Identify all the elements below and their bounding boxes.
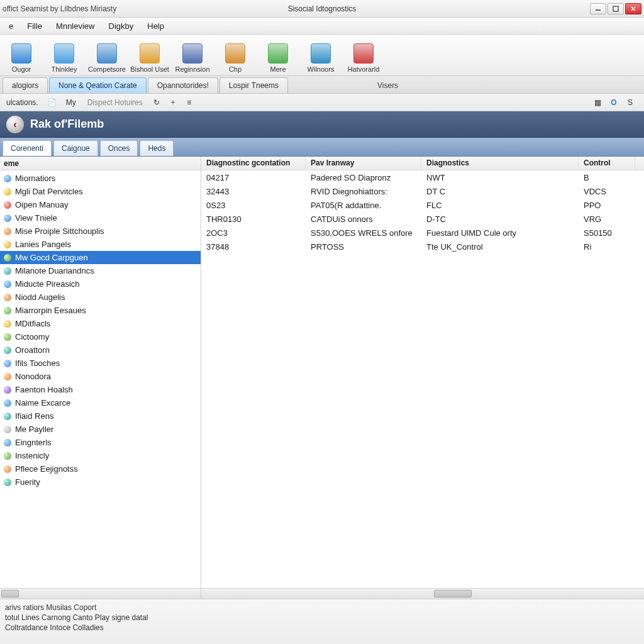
table-horizontal-scrollbar[interactable] <box>201 588 644 599</box>
section-subtab[interactable]: Onces <box>100 140 138 156</box>
window-maximize-button[interactable] <box>608 3 624 14</box>
table-column-header[interactable]: Diagnostics <box>421 157 579 170</box>
workspace-tab[interactable]: Lospir Tneems <box>219 77 288 93</box>
table-column-header[interactable]: Pav Iranway <box>306 157 421 170</box>
page-icon[interactable]: 📄 <box>46 96 58 109</box>
breadcrumb-segment[interactable]: ulcations. <box>3 97 42 108</box>
table-cell: Ri <box>579 241 635 253</box>
tree-pane: eme MiornatiorsMgli Dat PervitclesOipen … <box>0 157 201 599</box>
table-row[interactable]: 0S23PAT05(R addattine.FLCPPO <box>201 198 644 212</box>
table-cell: Padered SO Diapronz <box>306 172 421 184</box>
tree-item[interactable]: Mise Proiple Sittchouplis <box>0 225 201 238</box>
menu-mnnleview[interactable]: Mnnleview <box>50 19 101 33</box>
tree-item-icon <box>4 201 11 209</box>
tool-mere[interactable]: Mere <box>260 43 296 73</box>
section-subtab[interactable]: Caignue <box>53 140 98 156</box>
tree-item[interactable]: Oroattorn <box>0 343 201 357</box>
tree-item[interactable]: Fuerity <box>0 475 201 489</box>
menu-help[interactable]: Help <box>141 19 170 33</box>
add-icon[interactable]: ＋ <box>167 96 179 109</box>
section-subtab[interactable]: Heds <box>140 140 174 156</box>
tree-item-label: Milanote Duariandncs <box>15 266 94 275</box>
window-minimize-button[interactable] <box>590 3 606 14</box>
table-row[interactable]: 32443RVID Diegnohiattors:DT CVDCS <box>201 184 644 198</box>
breadcrumb-segment[interactable]: Dispect Hotuires <box>84 97 147 108</box>
menu-digkby[interactable]: Digkby <box>103 19 140 33</box>
tree-item-label: Cictoomy <box>15 332 49 341</box>
workspace-tab[interactable]: None & Qeation Carate <box>49 77 147 93</box>
tree-item[interactable]: Me Payller <box>0 423 201 436</box>
tool-ougor[interactable]: Ougor <box>4 43 39 73</box>
tree-item[interactable]: Mw Gocd Carpguen <box>0 251 201 264</box>
tree-item[interactable]: Ifiaid Rens <box>0 409 201 423</box>
tool-reginnsion[interactable]: Reginnsion <box>175 43 210 73</box>
tree-horizontal-scrollbar[interactable] <box>0 588 201 599</box>
refresh-icon[interactable]: ↻ <box>150 96 163 109</box>
table-column-header[interactable]: Diagnostinc gcontation <box>201 157 306 170</box>
tree-item[interactable]: Miornatiors <box>0 172 201 185</box>
tree-item-icon <box>4 479 11 486</box>
table-body[interactable]: 04217Padered SO DiapronzNWTB32443RVID Di… <box>201 170 644 588</box>
tree-item[interactable]: Milanote Duariandncs <box>0 264 201 277</box>
tree-item[interactable]: Cictoomy <box>0 330 201 343</box>
tree-item-label: Ifils Tooches <box>15 358 60 368</box>
tool-thinkley[interactable]: Thinkley <box>47 43 82 73</box>
table-cell: PPO <box>579 199 635 211</box>
tool-label: Bishool Uset <box>130 65 169 73</box>
table-cell: B <box>579 172 635 184</box>
tool-label: Chp <box>229 65 242 73</box>
table-row[interactable]: 37848PRTOSSTte UK_ControlRi <box>201 240 644 253</box>
back-icon[interactable]: ‹ <box>6 116 24 133</box>
tree-item[interactable]: Mgli Dat Pervitcles <box>0 185 201 198</box>
grid-icon[interactable]: ▦ <box>591 96 604 109</box>
tool-competsore[interactable]: Competsore <box>89 43 125 73</box>
workspace-tabstrip: alogiorsNone & Qeation CarateOpannotorid… <box>0 76 644 94</box>
tree-item-label: Pflece Eejignotss <box>15 464 78 474</box>
tool-label: Thinkley <box>52 65 77 73</box>
tree-item[interactable]: Instenicly <box>0 449 201 462</box>
tree-item[interactable]: Oipen Manuay <box>0 198 201 211</box>
table-row[interactable]: THR0130CATDUiS onnorsD-TCVRG <box>201 212 644 226</box>
tree-item[interactable]: Naime Excarce <box>0 396 201 409</box>
table-header-row: Diagnostinc gcontationPav IranwayDiagnos… <box>201 157 644 170</box>
tree-item[interactable]: Nonodora <box>0 370 201 383</box>
tree-column-header[interactable]: eme <box>0 157 201 170</box>
section-subtab[interactable]: Corenenti <box>3 140 52 156</box>
table-cell: 37848 <box>201 241 306 253</box>
tree-item-label: Naime Excarce <box>15 398 70 408</box>
table-cell: D-TC <box>421 213 579 225</box>
tree-item[interactable]: MDitfiacls <box>0 317 201 330</box>
table-column-header[interactable]: Control <box>579 157 635 170</box>
tree-item[interactable]: Eingnterls <box>0 436 201 449</box>
tree-item[interactable]: Lanies Pangels <box>0 238 201 251</box>
workspace-tab[interactable]: alogiors <box>3 77 48 93</box>
tool-chp[interactable]: Chp <box>218 43 253 73</box>
tree-item[interactable]: Pflece Eejignotss <box>0 462 201 475</box>
table-cell: NWT <box>421 172 579 184</box>
tree-item[interactable]: Ifils Tooches <box>0 357 201 370</box>
menu-e[interactable]: e <box>3 19 19 33</box>
tree-item[interactable]: View Tniele <box>0 211 201 225</box>
tree-item[interactable]: Faenton Hoalsh <box>0 383 201 396</box>
breadcrumb-segment[interactable]: My <box>62 97 80 108</box>
tree-list[interactable]: MiornatiorsMgli Dat PervitclesOipen Manu… <box>0 170 201 588</box>
tree-item[interactable]: Niodd Augelis <box>0 291 201 304</box>
tree-item-label: MDitfiacls <box>15 319 50 328</box>
section-title: Rak of'Filemb <box>30 118 104 131</box>
info-icon[interactable]: O <box>608 96 620 109</box>
tree-item-icon <box>4 360 11 367</box>
table-row[interactable]: 2OC3S530,OOES WRELS onforeFuestard UlMD … <box>201 226 644 240</box>
workspace-tab[interactable]: Opannotorides! <box>148 77 218 93</box>
window-close-button[interactable] <box>625 3 641 14</box>
list-icon[interactable]: ≡ <box>183 96 196 109</box>
main-toolbar: OugorThinkleyCompetsoreBishool UsetRegin… <box>0 35 644 76</box>
menu-fille[interactable]: Fille <box>21 19 48 33</box>
tool-wilnoors[interactable]: Wilnoors <box>303 43 338 73</box>
tool-hatvorarld[interactable]: Hatvorarld <box>346 43 381 73</box>
tree-item[interactable]: Miarrorpin Eesaues <box>0 304 201 317</box>
table-row[interactable]: 04217Padered SO DiapronzNWTB <box>201 170 644 184</box>
tool-label: Ougor <box>12 65 31 73</box>
settings-icon[interactable]: S <box>624 96 636 109</box>
tree-item[interactable]: Miducte Pireasich <box>0 277 201 291</box>
tool-bishool uset[interactable]: Bishool Uset <box>132 43 167 73</box>
